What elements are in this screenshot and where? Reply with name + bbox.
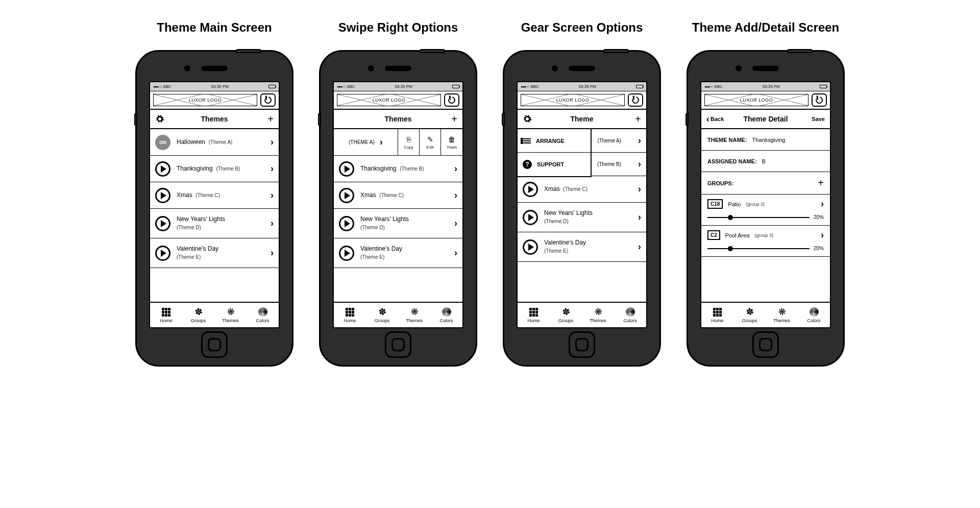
popup-arrange[interactable]: ARRANGE [518,129,591,153]
swipe-edit[interactable]: ✎Edit [420,129,441,155]
header-title: Theme Detail [743,115,788,123]
theme-sub: (Theme B) [216,166,240,172]
add-button[interactable]: + [635,113,641,125]
power-button[interactable] [444,93,459,107]
theme-row[interactable]: Valentine's Day(Theme E) › [334,238,462,268]
theme-sub: (Theme B) [400,166,424,172]
save-button[interactable]: Save [812,116,825,122]
front-camera [368,65,374,71]
nav-themes[interactable]: ❋Themes [582,303,614,327]
group-sub: (group 2) [746,202,765,207]
nav-themes[interactable]: ❋Themes [214,303,247,327]
luxor-logo: LUXOR LOGO [704,94,808,106]
theme-row[interactable]: Thanksgiving (Theme B) › [334,156,462,182]
nav-colors[interactable]: Colors [247,303,279,327]
play-button[interactable] [155,216,170,231]
play-button[interactable] [523,210,538,225]
nav-home[interactable]: Home [334,303,366,327]
group-row[interactable]: C18 Patio (group 2) › 20% [701,195,830,226]
popup-support[interactable]: ? SUPPORT [518,153,591,176]
gear-icon[interactable] [523,114,532,124]
nav-groups[interactable]: ✽Groups [182,303,214,327]
chevron-right-icon: › [638,241,641,252]
add-button[interactable]: + [451,113,457,125]
front-camera [184,65,190,71]
theme-sub: (Theme C) [563,186,587,192]
nav-colors[interactable]: Colors [430,303,462,327]
power-button[interactable] [260,93,276,107]
play-button[interactable] [155,188,170,203]
nav-colors[interactable]: Colors [798,303,830,327]
play-button[interactable] [523,182,538,197]
screen: ABC 03:35 PM LUXOR LOGO Theme + ARRANGE [517,81,647,328]
phone-frame: ABC 03:35 PM LUXOR LOGO Theme + ARRANGE [503,50,661,367]
play-icon [528,186,534,193]
swipe-trash[interactable]: 🗑Trash [441,129,462,155]
on-badge[interactable]: ON [155,135,170,150]
signal-dots-icon [153,84,161,89]
play-button[interactable] [339,216,354,231]
help-icon: ? [523,160,532,169]
theme-row[interactable]: Thanksgiving (Theme B) › [150,156,279,182]
add-group-button[interactable]: + [818,177,824,189]
colors-icon [626,307,635,317]
intensity-slider[interactable]: 20% [707,214,824,220]
nav-groups[interactable]: ✽Groups [550,303,582,327]
play-button[interactable] [155,246,170,261]
power-icon [447,95,456,105]
power-button[interactable] [628,93,643,107]
theme-list: ON Halloween (Theme A) › Thanksgiving (T… [150,129,279,302]
play-button[interactable] [339,161,354,177]
grid-icon [346,308,354,317]
theme-row[interactable]: Xmas (Theme C) › [150,182,279,209]
theme-row[interactable]: Valentine's Day(Theme E) › [150,238,279,268]
group-row[interactable]: C2 Pool Area (group 3) › 20% [701,226,830,257]
home-button[interactable] [569,331,595,358]
theme-row[interactable]: ON Halloween (Theme A) › [150,129,279,156]
groups-icon: ✽ [744,306,755,318]
home-button[interactable] [201,331,228,358]
gear-icon[interactable] [155,114,164,124]
play-button[interactable] [339,246,354,261]
theme-sub: (Theme D) [544,219,569,224]
play-button[interactable] [155,161,170,177]
slider-thumb[interactable] [728,215,733,220]
play-button[interactable] [523,239,538,255]
swipe-copy[interactable]: ⎘Copy [398,129,420,155]
bottom-nav: Home ✽Groups ❋Themes Colors [518,302,646,327]
play-button[interactable] [339,188,354,203]
nav-themes[interactable]: ❋Themes [398,303,430,327]
power-button[interactable] [812,93,827,107]
theme-row[interactable]: New Years' Lights(Theme D) › [150,209,279,238]
add-button[interactable]: + [267,113,274,125]
home-button[interactable] [385,331,411,358]
slider-thumb[interactable] [728,246,733,251]
swipe-label[interactable]: (THEME A)› [334,129,398,155]
theme-row[interactable]: Xmas (Theme C) › [518,176,646,203]
battery-icon [820,85,827,88]
nav-groups[interactable]: ✽Groups [366,303,398,327]
colors-icon [258,307,267,317]
nav-home[interactable]: Home [518,303,550,327]
theme-name: New Years' Lights [360,215,409,223]
copy-icon: ⎘ [407,135,411,143]
nav-home[interactable]: Home [150,303,182,327]
chevron-right-icon: › [638,159,641,170]
groups-header: GROUPS: + [701,172,830,195]
home-button[interactable] [752,331,779,358]
theme-row[interactable]: Valentine's Day(Theme E) › [518,232,646,262]
carrier: ABC [530,84,538,89]
play-icon [345,165,350,173]
theme-sub: (Theme E) [177,254,201,260]
intensity-slider[interactable]: 20% [707,246,824,251]
nav-groups[interactable]: ✽Groups [733,303,766,327]
theme-row[interactable]: New Years' Lights(Theme D) › [518,203,646,232]
assigned-name-field[interactable]: ASSIGNED NAME: B [701,151,830,172]
nav-home[interactable]: Home [701,303,733,327]
nav-themes[interactable]: ❋Themes [766,303,798,327]
theme-name-field[interactable]: THEME NAME: Thanksgiving [701,129,830,151]
theme-row[interactable]: Xmas (Theme C) › [334,182,462,209]
nav-colors[interactable]: Colors [614,303,646,327]
back-button[interactable]: Back [706,116,724,122]
theme-row[interactable]: New Years' Lights(Theme D) › [334,209,462,238]
